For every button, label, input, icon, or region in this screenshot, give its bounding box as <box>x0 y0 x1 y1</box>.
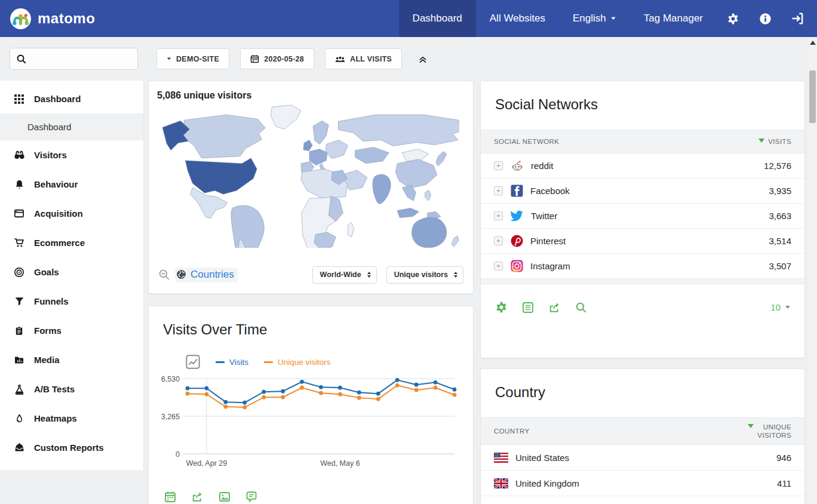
legend-swatch <box>264 361 273 363</box>
search-icon <box>16 54 27 64</box>
collapse-selectors-button[interactable] <box>413 48 433 69</box>
region-western-europe <box>309 149 327 165</box>
nav-item-tag-manager[interactable]: Tag Manager <box>630 0 717 37</box>
countries-link[interactable]: Countries <box>175 268 238 282</box>
sidebar-item-visitors[interactable]: Visitors <box>0 140 143 170</box>
visitors-group-icon <box>335 54 345 63</box>
legend-item[interactable]: Visits <box>216 358 248 367</box>
legend-item[interactable]: Unique visitors <box>264 358 331 367</box>
site-selector-button[interactable]: DEMO-SITE <box>156 48 229 69</box>
sidebar-subitem-dashboard[interactable]: Dashboard <box>0 113 143 140</box>
svg-text:Wed, Apr 29: Wed, Apr 29 <box>186 459 228 468</box>
country-col-metric[interactable]: UNIQUEVISITORS <box>748 423 791 440</box>
funnels-icon <box>14 296 24 306</box>
visits-widget-title: Visits Over Time <box>149 306 473 344</box>
social-table-header: SOCIAL NETWORK VISITS <box>481 130 804 153</box>
pinterest-icon <box>511 235 523 247</box>
signout-icon[interactable] <box>781 0 813 37</box>
image-icon[interactable] <box>219 491 231 503</box>
metric-select[interactable]: Unique visitors <box>386 266 463 284</box>
sidebar-item-forms[interactable]: Forms <box>0 316 143 345</box>
info-icon[interactable] <box>749 0 781 37</box>
social-row-reddit[interactable]: +reddit12,576 <box>481 153 804 179</box>
reddit-icon <box>511 159 524 173</box>
us-flag-icon <box>494 453 508 463</box>
export-icon[interactable] <box>191 491 204 503</box>
table-icon[interactable] <box>522 302 534 314</box>
nav-item-all-websites[interactable]: All Websites <box>476 0 559 37</box>
expand-row-icon[interactable]: + <box>494 211 503 220</box>
heatmaps-icon <box>15 413 24 424</box>
settings-icon[interactable] <box>717 0 749 37</box>
chart-type-icon[interactable] <box>186 355 200 369</box>
globe-icon <box>176 269 186 279</box>
region-central-asia <box>355 147 389 164</box>
search-icon[interactable] <box>575 302 587 314</box>
country-usa <box>185 158 257 195</box>
search-box[interactable] <box>10 48 138 70</box>
segment-selector-label: ALL VISITS <box>350 55 392 63</box>
expand-row-icon[interactable]: + <box>494 161 503 170</box>
sidebar-item-heatmaps[interactable]: Heatmaps <box>0 404 143 433</box>
search-input[interactable] <box>32 54 130 64</box>
country-col-label[interactable]: COUNTRY <box>494 428 529 435</box>
calendar-icon[interactable] <box>164 491 176 503</box>
zoom-out-icon[interactable] <box>158 269 170 281</box>
country-india <box>373 174 391 204</box>
sidebar-item-media[interactable]: Media <box>0 345 143 374</box>
segment-selector-button[interactable]: ALL VISITS <box>325 48 402 69</box>
sidebar-item-goals[interactable]: Goals <box>0 257 143 287</box>
expand-row-icon[interactable]: + <box>494 186 503 195</box>
export-icon[interactable] <box>548 302 561 314</box>
sidebar-item-a-b-tests[interactable]: A/B Tests <box>0 374 143 404</box>
row-limit-select[interactable]: 10 <box>770 302 790 312</box>
date-selector-button[interactable]: 2020-05-28 <box>240 48 314 69</box>
country-indonesia <box>397 208 419 217</box>
sidebar-item-funnels[interactable]: Funnels <box>0 287 143 316</box>
toolbar: DEMO-SITE 2020-05-28 ALL VISITS <box>0 37 809 81</box>
social-row-instagram[interactable]: +Instagram3,507 <box>481 254 804 279</box>
social-row-twitter[interactable]: +Twitter3,663 <box>481 204 804 229</box>
cog-icon[interactable] <box>495 301 508 314</box>
matomo-logo[interactable]: matomo <box>0 8 95 30</box>
expand-row-icon[interactable]: + <box>494 236 503 245</box>
expand-row-icon[interactable]: + <box>494 262 503 271</box>
country-scandinavia <box>313 121 328 144</box>
country-greenland <box>271 105 300 129</box>
social-row-pinterest[interactable]: +Pinterest3,514 <box>481 229 804 254</box>
sidebar-item-ecommerce[interactable]: Ecommerce <box>0 228 143 257</box>
country-philippines <box>425 190 431 201</box>
select-arrows-icon <box>454 272 457 278</box>
media-icon <box>14 355 24 365</box>
region-se-asia <box>402 185 416 201</box>
sidebar-item-dashboard[interactable]: Dashboard <box>0 84 143 113</box>
caret-down-icon <box>785 306 790 309</box>
world-map[interactable] <box>149 103 473 250</box>
custom-reports-icon <box>14 442 25 453</box>
annotation-icon[interactable] <box>245 491 257 503</box>
scrollbar-thumb[interactable] <box>809 70 816 123</box>
sidebar-item-acquisition[interactable]: Acquisition <box>0 199 143 228</box>
country-row-united-kingdom[interactable]: United Kingdom411 <box>481 471 804 496</box>
facebook-icon <box>511 185 523 197</box>
region-south-america <box>231 205 264 248</box>
sidebar-item-behaviour[interactable]: Behaviour <box>0 170 143 199</box>
twitter-icon <box>511 210 524 222</box>
visits-line-chart[interactable]: 6,5303,2650Wed, Apr 29Wed, May 6 <box>149 370 473 475</box>
visits-widget-footer <box>164 491 473 503</box>
country-china <box>395 159 437 188</box>
social-row-facebook[interactable]: +Facebook3,935 <box>481 179 804 204</box>
nav-item-english[interactable]: English <box>559 0 630 37</box>
scroll-up-arrow-icon[interactable] <box>810 41 816 45</box>
country-row-united-states[interactable]: United States946 <box>481 445 804 471</box>
sidebar-item-custom-reports[interactable]: Custom Reports <box>0 433 143 462</box>
country-south-africa <box>314 232 336 248</box>
social-col-label[interactable]: SOCIAL NETWORK <box>494 138 559 145</box>
social-col-metric[interactable]: VISITS <box>758 137 791 146</box>
nav-item-dashboard[interactable]: Dashboard <box>399 0 476 37</box>
acquisition-icon <box>14 208 24 219</box>
region-select[interactable]: World-Wide <box>312 266 377 284</box>
partial-row <box>481 279 804 284</box>
visitors-icon <box>14 150 25 160</box>
page-scrollbar[interactable] <box>809 37 817 504</box>
